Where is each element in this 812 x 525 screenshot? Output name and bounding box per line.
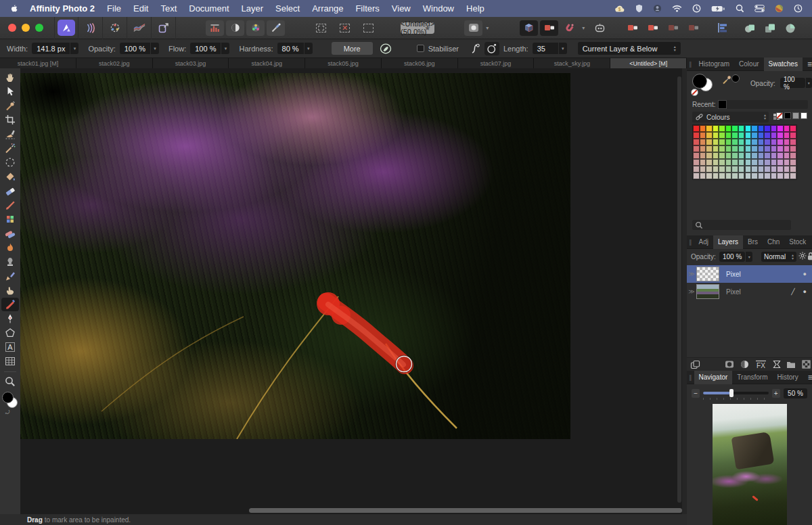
palette-swatch[interactable] (706, 159, 713, 166)
control-center-icon[interactable] (754, 5, 765, 12)
shield-icon[interactable] (635, 4, 643, 13)
opacity-field[interactable]: 100 %▾ (120, 43, 159, 54)
layer-edit-icon[interactable]: ╱ (791, 288, 794, 295)
menu-select[interactable]: Select (275, 3, 300, 14)
palette-swatch[interactable] (784, 166, 790, 173)
document-tab[interactable]: stack_sky.jpg (534, 58, 610, 68)
palette-swatch[interactable] (706, 145, 713, 152)
document-tab[interactable]: <Untitled> [M] (610, 58, 687, 68)
layer-visibility-toggle[interactable]: ● (803, 288, 807, 295)
spotlight-search-icon[interactable] (736, 4, 744, 13)
palette-swatch[interactable] (700, 132, 706, 139)
palette-swatch[interactable] (758, 173, 765, 179)
move-to-front-button[interactable] (623, 20, 641, 36)
move-tool[interactable] (1, 85, 19, 98)
palette-swatch[interactable] (713, 145, 719, 152)
studio-tab-swatches[interactable]: Swatches (764, 58, 803, 71)
panel-grip-icon[interactable]: ∥ (687, 61, 694, 68)
crop-tool[interactable] (1, 113, 19, 127)
palette-swatch[interactable] (713, 125, 719, 132)
navigator-preview[interactable] (713, 404, 787, 525)
recent-swatch[interactable] (718, 100, 727, 109)
palette-swatch[interactable] (751, 132, 758, 139)
navigator-tab-transform[interactable]: Transform (732, 371, 772, 384)
palette-swatch[interactable] (745, 159, 752, 166)
palette-swatch[interactable] (777, 139, 784, 145)
document-tab[interactable]: stack03.jpg (153, 58, 229, 68)
palette-swatch[interactable] (738, 173, 745, 179)
move-forward-button[interactable] (644, 20, 662, 36)
paint-mixer-brush-tool[interactable] (1, 269, 19, 283)
layer-row[interactable]: ≫Pixel● (687, 265, 812, 283)
palette-swatch[interactable] (790, 139, 796, 145)
document-tab[interactable]: stack07.jpg (458, 58, 535, 68)
palette-swatch[interactable] (693, 173, 700, 179)
pixel-tool[interactable] (1, 212, 19, 226)
flood-select-tool[interactable] (1, 141, 19, 155)
layer-drag-handle[interactable]: ≫ (687, 288, 696, 295)
menu-arrange[interactable]: Arrange (312, 3, 343, 14)
view-tool[interactable] (1, 70, 19, 84)
palette-swatch[interactable] (751, 159, 758, 166)
edit-all-layers-icon[interactable] (690, 360, 700, 369)
palette-swatch[interactable] (784, 145, 790, 152)
select-all-button[interactable] (312, 20, 330, 36)
eraser-tool[interactable] (1, 184, 19, 198)
paint-brush-tool[interactable] (1, 198, 19, 212)
menu-window[interactable]: Window (423, 3, 454, 14)
zoom-slider-handle[interactable] (729, 389, 734, 397)
cloud-badge-icon[interactable]: $ (614, 5, 625, 13)
battery-charging-icon[interactable] (711, 5, 725, 12)
palette-swatch[interactable] (771, 159, 777, 166)
palette-swatch[interactable] (758, 159, 765, 166)
palette-swatch[interactable] (738, 152, 745, 159)
palette-swatch[interactable] (693, 152, 700, 159)
move-to-back-button[interactable] (684, 20, 702, 36)
zoom-slider[interactable] (703, 392, 768, 394)
palette-swatch[interactable] (777, 132, 784, 139)
palette-swatch[interactable] (731, 145, 738, 152)
menu-filters[interactable]: Filters (355, 3, 379, 14)
document-tab[interactable]: stack04.jpg (229, 58, 305, 68)
palette-swatch[interactable] (790, 173, 796, 179)
colour-chip[interactable] (784, 112, 791, 119)
colour-chip[interactable] (792, 112, 799, 119)
menu-document[interactable]: Document (189, 3, 229, 14)
palette-swatch[interactable] (738, 159, 745, 166)
palette-swatch[interactable] (738, 132, 745, 139)
palette-swatch[interactable] (700, 139, 706, 145)
palette-swatch[interactable] (719, 159, 725, 166)
menu-view[interactable]: View (392, 3, 411, 14)
palette-swatch[interactable] (777, 145, 784, 152)
quick-mask-dropdown[interactable]: ▾ (486, 25, 489, 31)
palette-swatch[interactable] (790, 125, 796, 132)
window-close-button[interactable] (8, 24, 16, 32)
layers-tab-stock[interactable]: Stock (784, 235, 811, 249)
layer-thumbnail[interactable] (696, 284, 719, 299)
group-layers-icon[interactable] (786, 361, 796, 369)
swap-colours-icon[interactable]: ⤾ (5, 409, 10, 416)
assistant-dropdown[interactable]: ▾ (582, 25, 585, 31)
auto-colour-button[interactable] (246, 20, 265, 36)
colour-chip[interactable] (800, 112, 807, 119)
palette-swatch[interactable] (784, 152, 790, 159)
palette-swatch[interactable] (790, 152, 796, 159)
layer-visibility-toggle[interactable]: ● (803, 271, 807, 277)
palette-swatch[interactable] (731, 139, 738, 145)
palette-swatch[interactable] (738, 125, 745, 132)
assistant-options-button[interactable] (560, 20, 579, 36)
smudge-tool[interactable] (1, 283, 19, 297)
palette-swatch[interactable] (764, 139, 771, 145)
palette-swatch[interactable] (751, 139, 758, 145)
palette-swatch[interactable] (693, 159, 700, 166)
no-colour-well[interactable] (691, 89, 698, 96)
palette-swatch[interactable] (784, 139, 790, 145)
menu-layer[interactable]: Layer (242, 3, 264, 14)
palette-swatch[interactable] (745, 139, 752, 145)
palette-swatch[interactable] (725, 166, 732, 173)
palette-swatch[interactable] (790, 166, 796, 173)
palette-swatch[interactable] (745, 173, 752, 179)
palette-swatch[interactable] (771, 139, 777, 145)
palette-swatch[interactable] (693, 139, 700, 145)
palette-swatch[interactable] (771, 125, 777, 132)
